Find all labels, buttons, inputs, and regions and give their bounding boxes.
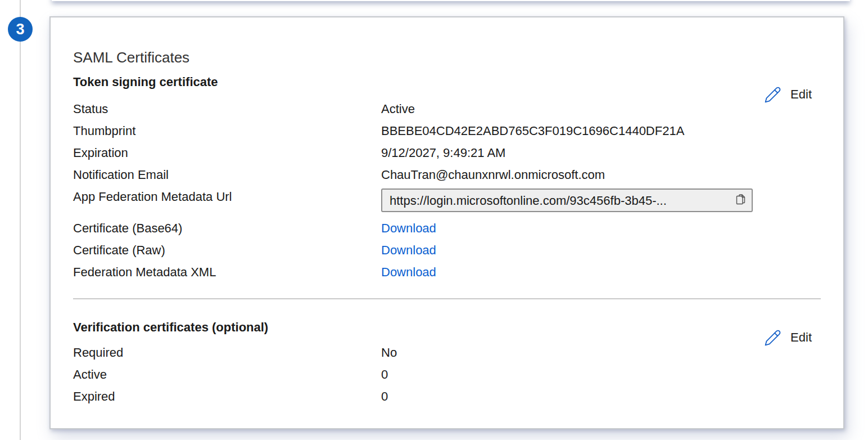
field-row-thumbprint: Thumbprint BBEBE04CD42E2ABD765C3F019C169… <box>73 120 821 142</box>
active-count-value: 0 <box>381 363 821 385</box>
field-row-required: Required No <box>73 342 821 363</box>
copy-icon <box>734 192 748 209</box>
field-row-active-count: Active 0 <box>73 363 821 385</box>
field-row-certificate-base64: Certificate (Base64) Download <box>73 217 821 239</box>
download-cell: Download <box>381 261 821 283</box>
field-row-certificate-raw: Certificate (Raw) Download <box>73 239 821 261</box>
metadata-url-text: https://login.microsoftonline.com/93c456… <box>390 190 667 212</box>
field-row-federation-metadata-xml: Federation Metadata XML Download <box>73 261 821 283</box>
verification-certificates-heading: Verification certificates (optional) <box>73 319 268 336</box>
status-value: Active <box>381 98 821 120</box>
thumbprint-value: BBEBE04CD42E2ABD765C3F019C1696C1440DF21A <box>381 120 821 142</box>
metadata-url-value-cell: https://login.microsoftonline.com/93c456… <box>381 186 821 212</box>
token-signing-heading: Token signing certificate <box>73 74 218 91</box>
field-label: Status <box>73 98 381 120</box>
step-number: 3 <box>16 21 24 38</box>
step-number-badge: 3 <box>8 17 33 42</box>
metadata-url-readonly-field[interactable]: https://login.microsoftonline.com/93c456… <box>381 188 753 212</box>
verification-fields: Required No Active 0 Expired 0 <box>73 342 821 407</box>
field-row-expiration: Expiration 9/12/2027, 9:49:21 AM <box>73 142 821 164</box>
step-connector-line <box>20 0 21 440</box>
notification-email-value: ChauTran@chaunxnrwl.onmicrosoft.com <box>381 164 821 186</box>
copy-url-button[interactable] <box>734 192 748 209</box>
field-label: App Federation Metadata Url <box>73 186 381 208</box>
field-label: Thumbprint <box>73 120 381 142</box>
token-signing-fields: Status Active Thumbprint BBEBE04CD42E2AB… <box>73 98 821 283</box>
field-label: Expiration <box>73 142 381 164</box>
download-federation-metadata-xml-link[interactable]: Download <box>381 265 436 279</box>
field-label: Notification Email <box>73 164 381 186</box>
field-label: Required <box>73 342 381 363</box>
card-title: SAML Certificates <box>73 49 189 66</box>
saml-certificates-card: SAML Certificates Token signing certific… <box>49 16 844 429</box>
field-row-expired-count: Expired 0 <box>73 385 821 407</box>
field-label: Federation Metadata XML <box>73 261 381 283</box>
expiration-value: 9/12/2027, 9:49:21 AM <box>381 142 821 164</box>
field-row-notification-email: Notification Email ChauTran@chaunxnrwl.o… <box>73 164 821 186</box>
download-cell: Download <box>381 239 821 261</box>
download-certificate-raw-link[interactable]: Download <box>381 243 436 257</box>
download-certificate-base64-link[interactable]: Download <box>381 221 436 235</box>
field-row-status: Status Active <box>73 98 821 120</box>
field-label: Certificate (Base64) <box>73 217 381 239</box>
field-label: Active <box>73 363 381 385</box>
required-value: No <box>381 342 821 363</box>
page-background: 3 SAML Certificates Token signing certif… <box>0 0 868 440</box>
download-cell: Download <box>381 217 821 239</box>
field-label: Certificate (Raw) <box>73 239 381 261</box>
previous-card-bottom-edge <box>52 0 850 1</box>
field-row-app-federation-metadata-url: App Federation Metadata Url https://logi… <box>73 186 821 217</box>
expired-count-value: 0 <box>381 385 821 407</box>
field-label: Expired <box>73 385 381 407</box>
section-divider <box>73 298 821 299</box>
